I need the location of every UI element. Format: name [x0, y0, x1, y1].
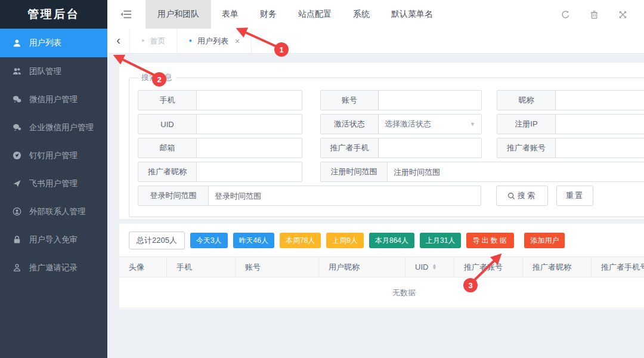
nav-tab-forms[interactable]: 表单 [211, 0, 249, 29]
reg-time-range-input[interactable] [388, 162, 644, 181]
search-button[interactable]: 搜索 [496, 186, 548, 206]
account-input[interactable] [379, 91, 481, 110]
field-promoter-account: 推广者账号 [497, 138, 644, 158]
last-month-count-badge[interactable]: 上月31人 [420, 233, 461, 248]
topbar-actions [561, 0, 627, 29]
tab-dot-icon: ● [188, 38, 191, 44]
close-icon[interactable]: × [235, 36, 240, 46]
promoter-nickname-input[interactable] [197, 162, 302, 181]
tag-tab-user-list[interactable]: ● 用户列表 × [177, 29, 252, 53]
search-row-4: 推广者昵称 注册时间范围 [138, 162, 644, 182]
field-nickname: 昵称 [497, 90, 644, 110]
field-label: 登录时间范围 [138, 186, 209, 205]
field-label: 邮箱 [138, 138, 197, 158]
phone-input[interactable] [197, 91, 302, 110]
sort-icon[interactable]: ▲ ▼ [432, 264, 436, 270]
field-label: 激活状态 [321, 115, 379, 134]
this-week-count-badge[interactable]: 本周78人 [280, 233, 321, 248]
promoter-phone-input[interactable] [379, 138, 481, 158]
search-row-5: 登录时间范围 搜索 重置 [138, 186, 644, 206]
refresh-icon[interactable] [561, 10, 570, 19]
sidebar-item-wechat-users[interactable]: 微信用户管理 [0, 85, 107, 113]
last-week-count-badge[interactable]: 上周9人 [326, 233, 364, 248]
field-label: 推广者账号 [497, 138, 556, 158]
sidebar-item-wework-users[interactable]: 企业微信用户管理 [0, 113, 107, 141]
sidebar-item-user-list[interactable]: 用户列表 [0, 29, 107, 57]
col-account: 账号 [236, 257, 319, 277]
field-reg-time-range: 注册时间范围 [320, 162, 644, 182]
expand-icon[interactable] [618, 10, 627, 19]
nav-tab-users-teams[interactable]: 用户和团队 [145, 0, 211, 29]
nav-tab-system[interactable]: 系统 [342, 0, 380, 29]
field-activation-status: 激活状态 选择激活状态 ▼ [320, 114, 482, 134]
col-uid: UID ▲ ▼ [405, 257, 454, 277]
sidebar-item-label: 飞书用户管理 [29, 178, 78, 189]
chevron-down-icon: ▼ [470, 121, 475, 127]
search-button-label: 搜索 [518, 190, 537, 201]
field-uid: UID [138, 114, 302, 134]
team-icon [13, 67, 21, 76]
nickname-input[interactable] [556, 91, 644, 110]
reset-button[interactable]: 重置 [556, 186, 593, 206]
total-count-badge: 总计2205人 [129, 232, 185, 249]
chevron-left-icon: ‹ [116, 33, 120, 47]
sidebar-item-team[interactable]: 团队管理 [0, 57, 107, 85]
user-list-panel: 总计2205人 今天3人 昨天46人 本周78人 上周9人 本月864人 上月3… [119, 224, 644, 309]
email-input[interactable] [197, 138, 302, 158]
col-user-nickname: 用户昵称 [319, 257, 405, 277]
paper-plane-icon [13, 179, 21, 188]
sidebar-item-dingtalk-users[interactable]: 钉钉用户管理 [0, 141, 107, 169]
sidebar-item-user-import[interactable]: 用户导入免审 [0, 226, 107, 254]
field-account: 账号 [320, 90, 482, 110]
sidebar-item-label: 微信用户管理 [29, 94, 78, 105]
opened-tabs-bar: ‹ ● 首页 ● 用户列表 × [107, 29, 644, 54]
page-content: 搜索信息 手机 账号 昵称 [107, 54, 644, 358]
field-label: 推广者手机 [321, 138, 379, 158]
search-icon [507, 192, 515, 200]
trash-icon[interactable] [590, 10, 599, 19]
login-time-range-input[interactable] [209, 186, 481, 205]
col-promoter-account: 推广者账号 [454, 257, 523, 277]
field-label: 注册IP [497, 115, 556, 134]
sidebar-item-label: 企业微信用户管理 [29, 122, 94, 133]
promoter-account-input[interactable] [556, 138, 644, 158]
dingtalk-icon [13, 151, 21, 160]
search-panel: 搜索信息 手机 账号 昵称 [119, 63, 644, 219]
search-fieldset: 搜索信息 手机 账号 昵称 [129, 72, 644, 217]
empty-state: 无数据 [119, 277, 644, 308]
reg-ip-input[interactable] [556, 115, 644, 134]
col-promoter-nickname: 推广者昵称 [523, 257, 592, 277]
add-user-button[interactable]: 添加用户 [524, 233, 565, 248]
tabs-back-button[interactable]: ‹ [107, 29, 130, 53]
sidebar-item-invite-records[interactable]: 推广邀请记录 [0, 254, 107, 282]
app-title: 管理后台 [0, 0, 107, 29]
activation-status-select[interactable]: 选择激活状态 ▼ [379, 115, 481, 134]
lock-icon [13, 235, 21, 244]
tag-tab-label: 首页 [150, 36, 165, 47]
select-placeholder: 选择激活状态 [385, 119, 431, 129]
wechat-work-icon [13, 123, 21, 132]
uid-input[interactable] [197, 115, 302, 134]
today-count-badge[interactable]: 今天3人 [190, 233, 228, 248]
yesterday-count-badge[interactable]: 昨天46人 [233, 233, 274, 248]
field-email: 邮箱 [138, 138, 302, 158]
search-row-1: 手机 账号 昵称 [138, 90, 644, 110]
col-avatar: 头像 [119, 257, 167, 277]
nav-tab-finance[interactable]: 财务 [249, 0, 287, 29]
nav-tab-default-menu[interactable]: 默认菜单名 [380, 0, 444, 29]
field-phone: 手机 [138, 90, 302, 110]
sidebar-item-label: 外部联系人管理 [29, 206, 86, 217]
export-data-button[interactable]: 导出数据 [466, 233, 514, 248]
nav-tab-site-config[interactable]: 站点配置 [287, 0, 342, 29]
search-row-2: UID 激活状态 选择激活状态 ▼ 注册IP [138, 114, 644, 134]
field-label: 昵称 [497, 91, 556, 110]
sidebar-item-feishu-users[interactable]: 飞书用户管理 [0, 169, 107, 197]
main-area: 用户和团队 表单 财务 站点配置 系统 默认菜单名 ‹ ● 首页 ● 用户列表 … [107, 0, 644, 358]
sort-desc-icon[interactable]: ▼ [432, 267, 436, 270]
wechat-icon [13, 95, 21, 104]
sidebar-item-external-contacts[interactable]: 外部联系人管理 [0, 197, 107, 226]
this-month-count-badge[interactable]: 本月864人 [369, 233, 414, 248]
tag-tab-home[interactable]: ● 首页 [130, 29, 177, 53]
collapse-sidebar-button[interactable] [107, 0, 145, 29]
search-row-3: 邮箱 推广者手机 推广者账号 [138, 138, 644, 158]
